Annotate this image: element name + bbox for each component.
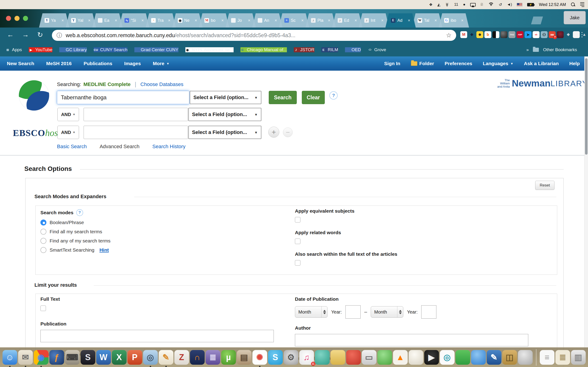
nav-preferences[interactable]: Preferences xyxy=(445,61,472,66)
tab-score-3[interactable]: ♪ Int × xyxy=(359,13,389,27)
dock-pen-app[interactable]: ✎ xyxy=(487,350,502,365)
nav-folder[interactable]: Folder xyxy=(411,61,434,66)
keyboard-flag-icon[interactable] xyxy=(517,3,522,6)
radio-icon[interactable] xyxy=(40,219,46,225)
dock-chrome[interactable]: ◉ xyxy=(34,350,48,365)
checkbox[interactable] xyxy=(295,239,300,244)
remove-row-button[interactable]: − xyxy=(283,127,293,137)
dock-quicktime[interactable]: ▶ xyxy=(424,350,439,365)
bookmark-youtube[interactable]: ▶ YouTube xyxy=(29,47,52,52)
dock-app-window[interactable]: ▭ xyxy=(362,350,376,365)
dock-notes-app[interactable]: ✎ xyxy=(159,350,173,365)
reload-icon[interactable]: ↻ xyxy=(37,31,43,39)
radio-option[interactable]: Find any of my search terms xyxy=(40,238,111,244)
time-machine-icon[interactable]: ↺ xyxy=(499,2,502,7)
airplay-icon[interactable] xyxy=(470,3,476,6)
tab-score-2[interactable]: ♪ Ed × xyxy=(332,13,363,27)
search-input[interactable] xyxy=(57,91,189,104)
menubar-clock[interactable]: Wed 12:52 AM xyxy=(539,2,566,7)
chevrons-icon[interactable]: ≫ xyxy=(445,2,450,7)
start-month-select[interactable]: Month xyxy=(295,306,328,318)
tab-orange[interactable]: ◔ Tra × xyxy=(146,13,176,27)
zoom-window-button[interactable] xyxy=(23,16,28,21)
bookmark-gc-library[interactable]: GC Library xyxy=(59,47,87,52)
ext-split-square[interactable] xyxy=(493,31,499,38)
dock-system-preferences[interactable]: ⚙ xyxy=(284,350,298,365)
tab-doc-3[interactable]: An × xyxy=(252,13,283,27)
search-history-link[interactable]: Search History xyxy=(152,144,185,150)
radio-option[interactable]: Boolean/Phrase xyxy=(40,219,111,226)
bookmark-cuny-search[interactable]: CU CUNY Search xyxy=(94,47,128,52)
volume-icon[interactable]: ◄) xyxy=(507,2,512,7)
dock-word[interactable]: W xyxy=(96,350,111,365)
radio-option[interactable]: Find all my search terms xyxy=(40,228,111,235)
dock-box-app[interactable]: ◫ xyxy=(502,350,517,365)
help-icon[interactable]: ? xyxy=(76,209,83,216)
dock-app-gray-sphere[interactable] xyxy=(518,350,533,365)
bookmark-grad-center[interactable]: Grad Center CUNY xyxy=(134,47,179,52)
tab-doc-2[interactable]: Jo × xyxy=(225,13,256,27)
ext-mustache[interactable]: ⚇ xyxy=(541,31,548,38)
url-text[interactable]: web.a.ebscohost.com.remote.baruch.cuny.e… xyxy=(66,32,443,39)
dock-app-blue-sphere[interactable] xyxy=(471,350,486,365)
dock-picasa[interactable]: ✺ xyxy=(252,350,267,365)
address-bar[interactable]: ⓘ web.a.ebscohost.com.remote.baruch.cuny… xyxy=(52,30,456,41)
clear-button[interactable]: Clear xyxy=(302,91,325,104)
end-year-input[interactable] xyxy=(421,305,436,319)
nav-help[interactable]: Help xyxy=(569,61,580,66)
hint-link[interactable]: Hint xyxy=(99,247,109,253)
ext-adblock-plus[interactable]: ABP xyxy=(517,31,523,38)
ext-dark-sphere[interactable] xyxy=(501,31,507,38)
radio-icon[interactable] xyxy=(40,238,46,244)
tab-close-icon[interactable]: × xyxy=(115,18,117,23)
spotlight-icon[interactable] xyxy=(571,2,575,7)
nav-images[interactable]: Images xyxy=(124,61,141,66)
dock-powerpoint[interactable]: P xyxy=(128,350,142,365)
scrollbar[interactable] xyxy=(584,56,588,367)
ext-tag[interactable]: TAG xyxy=(509,31,515,38)
nav-ask-librarian[interactable]: Ask a Librarian xyxy=(524,61,559,66)
ext-checklist[interactable]: ≔? xyxy=(549,31,556,38)
tab-close-icon[interactable]: × xyxy=(141,18,144,23)
reset-button[interactable]: Reset xyxy=(535,181,554,190)
other-bookmarks[interactable]: Other Bookmarks xyxy=(543,47,577,52)
dock-app-egg[interactable] xyxy=(409,350,423,365)
minimize-window-button[interactable] xyxy=(15,16,19,21)
nav-languages[interactable]: Languages▼ xyxy=(483,61,513,66)
ext-twitter[interactable]: ➤ xyxy=(525,31,531,38)
tab-close-icon[interactable]: × xyxy=(461,18,464,23)
tab-google[interactable]: G ibo × xyxy=(439,13,469,27)
tab-score-1[interactable]: ♪ Pla × xyxy=(305,13,336,27)
dock-photo-booth[interactable]: ▤ xyxy=(237,350,251,365)
dock-app-ring[interactable]: ◎ xyxy=(440,350,455,365)
tab-close-icon[interactable]: × xyxy=(328,18,330,23)
wifi-icon[interactable] xyxy=(488,2,494,7)
field-select-3[interactable]: Select a Field (option...▼ xyxy=(188,126,261,139)
dock-scrivener[interactable]: S xyxy=(81,350,95,365)
boolean-operator-select-1[interactable]: AND▼ xyxy=(57,108,79,121)
dock-finder[interactable]: ☺ xyxy=(2,350,17,365)
dock-app-teal[interactable] xyxy=(315,350,330,365)
field-select-2[interactable]: Select a Field (option...▼ xyxy=(188,108,261,121)
tab-wikipedia[interactable]: W Tal × xyxy=(412,13,442,27)
profile-chip[interactable]: Jake xyxy=(564,11,586,24)
ext-dropbox[interactable]: ❖ xyxy=(468,31,475,38)
dock-firefox[interactable]: ƒ xyxy=(49,350,64,365)
ext-dropbox-gray[interactable]: ❖ xyxy=(565,31,572,38)
checkbox[interactable] xyxy=(295,260,300,266)
dock-skype[interactable]: S xyxy=(268,350,283,365)
forward-icon[interactable]: → xyxy=(22,31,29,39)
nav-publications[interactable]: Publications xyxy=(84,61,112,66)
dock-typewriter-app[interactable]: ⌨ xyxy=(65,350,80,365)
dock-app-red[interactable] xyxy=(346,350,361,365)
dock-vlc[interactable]: ▲ xyxy=(393,350,408,365)
nav-mesh-2016[interactable]: MeSH 2016 xyxy=(46,61,72,66)
publication-input[interactable] xyxy=(40,330,274,342)
dock-excel[interactable]: X xyxy=(112,350,127,365)
dock-zotero[interactable]: Z xyxy=(174,350,189,365)
page-info-icon[interactable]: ⓘ xyxy=(57,32,62,39)
help-icon[interactable]: ? xyxy=(329,91,338,100)
dock-audacity[interactable]: ∩ xyxy=(190,350,205,365)
dock-utorrent[interactable]: µ xyxy=(221,350,236,365)
tab-scribd[interactable]: ≡ Sc × xyxy=(279,13,309,27)
